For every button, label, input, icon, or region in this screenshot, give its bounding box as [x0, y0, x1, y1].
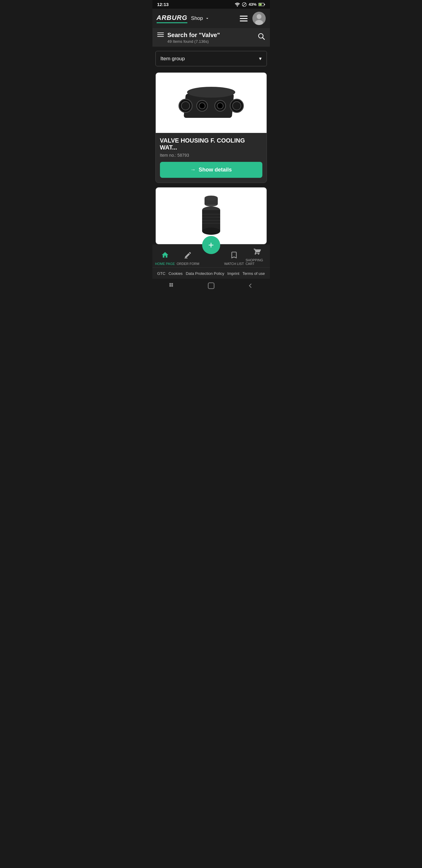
svg-rect-32 [169, 283, 171, 284]
nav-label-cart: SHOPPING CART [246, 258, 268, 266]
svg-rect-34 [171, 283, 172, 284]
svg-point-30 [204, 195, 218, 200]
nav-item-watch[interactable]: WATCH LIST [223, 251, 246, 266]
nav-label-order: ORDER FORM [177, 262, 199, 266]
footer-link-data-protection[interactable]: Data Protection Policy [186, 271, 224, 276]
search-icon [257, 32, 265, 40]
avatar-icon [252, 12, 266, 25]
status-icons: 43% [235, 2, 265, 7]
product-card-1: VALVE HOUSING F. COOLING WAT... Item no.… [155, 72, 267, 183]
hamburger-menu-button[interactable] [240, 16, 248, 22]
logo-area: ARBURG Shop [157, 14, 209, 23]
svg-rect-26 [202, 220, 220, 221]
user-avatar[interactable] [252, 12, 266, 25]
arburg-logo[interactable]: ARBURG [157, 14, 188, 23]
home-sys-icon [207, 282, 215, 290]
product-item-no-1: Item no.: 58793 [160, 153, 262, 158]
bottom-nav: + HOME PAGE ORDER FORM [153, 244, 270, 267]
item-group-dropdown[interactable]: Item group ▾ [155, 51, 267, 66]
search-subtitle: 49 Items found (7.136s) [167, 39, 220, 44]
svg-rect-5 [264, 4, 265, 5]
svg-point-12 [187, 87, 235, 98]
footer-link-imprint[interactable]: Imprint [227, 271, 239, 276]
sys-nav-back[interactable] [247, 282, 254, 291]
product-info-1: VALVE HOUSING F. COOLING WAT... Item no.… [156, 133, 267, 183]
svg-rect-25 [202, 217, 220, 218]
products-section: VALVE HOUSING F. COOLING WAT... Item no.… [153, 69, 270, 244]
system-nav-bar [153, 279, 270, 295]
sys-nav-recent[interactable] [168, 282, 176, 291]
svg-point-0 [237, 5, 238, 6]
svg-point-20 [217, 103, 223, 109]
footer-link-terms[interactable]: Terms of use [242, 271, 265, 276]
battery-icon [258, 3, 265, 6]
logo-underline [157, 22, 188, 23]
nav-item-order[interactable]: ORDER FORM [176, 251, 199, 266]
svg-rect-24 [202, 214, 220, 215]
search-bar: Search for "Valve" 49 Items found (7.136… [153, 28, 270, 47]
search-button[interactable] [257, 32, 265, 41]
footer-links: GTC Cookies Data Protection Policy Impri… [153, 267, 270, 279]
search-info: Search for "Valve" 49 Items found (7.136… [157, 32, 220, 44]
no-sign-icon [242, 2, 247, 7]
svg-rect-31 [184, 258, 188, 258]
svg-rect-33 [169, 285, 171, 287]
valve-part-image [178, 192, 244, 240]
nav-item-cart[interactable]: SHOPPING CART [246, 247, 268, 266]
svg-point-14 [181, 101, 190, 110]
arrow-icon: → [190, 167, 195, 173]
back-icon [247, 282, 254, 290]
order-form-icon [184, 251, 192, 261]
svg-rect-36 [208, 283, 214, 289]
nav-item-home[interactable]: HOME PAGE [154, 251, 176, 266]
home-icon [161, 251, 169, 261]
valve-housing-image [175, 79, 247, 127]
shop-dropdown[interactable]: Shop [191, 16, 209, 22]
nav-label-watch: WATCH LIST [224, 262, 244, 266]
header-right [240, 12, 266, 25]
status-bar: 12:13 43% [153, 0, 270, 9]
svg-point-19 [199, 103, 205, 109]
search-title: Search for "Valve" [167, 32, 220, 38]
footer-link-cookies[interactable]: Cookies [168, 271, 183, 276]
show-details-label-1: Show details [198, 167, 232, 173]
filter-menu-button[interactable] [157, 33, 164, 37]
header: ARBURG Shop [153, 9, 270, 28]
svg-rect-27 [202, 223, 220, 224]
show-details-button-1[interactable]: → Show details [160, 162, 262, 178]
svg-rect-35 [171, 285, 172, 287]
product-image-1 [156, 73, 267, 133]
sys-nav-home[interactable] [207, 282, 215, 291]
status-time: 12:13 [157, 2, 169, 7]
filter-label: Item group [161, 56, 185, 62]
svg-point-16 [232, 101, 241, 110]
svg-point-23 [202, 227, 220, 235]
battery-level: 43% [249, 2, 256, 7]
svg-line-2 [243, 3, 246, 6]
nav-label-home: HOME PAGE [155, 262, 175, 266]
logo-text: ARBURG [157, 14, 188, 22]
wifi-icon [235, 2, 240, 7]
shop-label: Shop [191, 16, 203, 22]
svg-line-10 [262, 38, 264, 39]
search-text-block: Search for "Valve" 49 Items found (7.136… [167, 32, 220, 44]
footer-link-gtc[interactable]: GTC [157, 271, 165, 276]
product-name-1: VALVE HOUSING F. COOLING WAT... [160, 137, 262, 151]
filter-section: Item group ▾ [153, 47, 270, 69]
fab-plus-icon: + [208, 240, 214, 251]
recent-apps-icon [168, 282, 176, 290]
shopping-cart-icon [253, 247, 261, 257]
filter-chevron-icon: ▾ [259, 56, 262, 62]
fab-add-button[interactable]: + [202, 236, 220, 254]
shop-chevron-icon [205, 16, 209, 21]
svg-point-7 [257, 14, 261, 19]
watch-list-icon [230, 251, 238, 261]
